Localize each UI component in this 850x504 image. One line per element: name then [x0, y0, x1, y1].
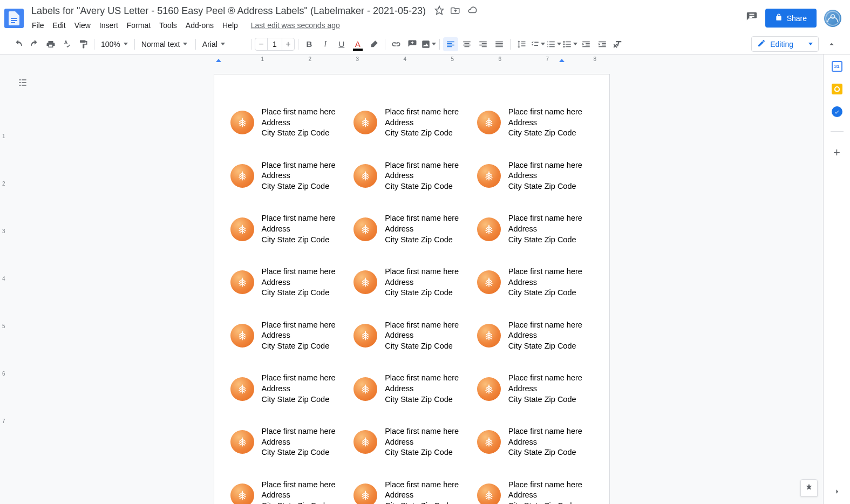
label-cell[interactable]: Place first name hereAddressCity State Z…: [230, 426, 346, 458]
document-outline-button[interactable]: [15, 75, 30, 90]
menu-insert[interactable]: Insert: [96, 19, 122, 32]
move-icon[interactable]: [451, 5, 460, 17]
text-color-button[interactable]: A: [350, 37, 365, 51]
horizontal-ruler[interactable]: 12345678: [0, 55, 823, 64]
line-spacing-button[interactable]: [514, 37, 529, 51]
label-cell[interactable]: Place first name hereAddressCity State Z…: [477, 426, 593, 458]
font-select[interactable]: Arial: [199, 37, 248, 51]
collapse-toolbar-button[interactable]: [824, 37, 839, 51]
label-cell[interactable]: Place first name hereAddressCity State Z…: [353, 480, 470, 504]
redo-button[interactable]: [27, 37, 42, 51]
label-cell[interactable]: Place first name hereAddressCity State Z…: [477, 320, 593, 352]
zoom-select[interactable]: 100%: [98, 37, 131, 51]
label-line1: Place first name here: [262, 320, 336, 331]
label-cell[interactable]: Place first name hereAddressCity State Z…: [353, 373, 470, 405]
label-cell[interactable]: Place first name hereAddressCity State Z…: [477, 107, 593, 139]
italic-button[interactable]: I: [318, 37, 333, 51]
label-line3: City State Zip Code: [385, 447, 459, 458]
label-cell[interactable]: Place first name hereAddressCity State Z…: [230, 480, 346, 504]
label-text: Place first name hereAddressCity State Z…: [262, 426, 336, 458]
label-cell[interactable]: Place first name hereAddressCity State Z…: [477, 480, 593, 504]
label-line2: Address: [262, 490, 336, 501]
undo-button[interactable]: [11, 37, 26, 51]
font-size-decrease[interactable]: −: [255, 38, 267, 50]
label-cell[interactable]: Place first name hereAddressCity State Z…: [353, 320, 470, 352]
share-button[interactable]: Share: [765, 9, 817, 28]
insert-image-button[interactable]: [421, 37, 436, 51]
editing-mode-select[interactable]: Editing: [751, 36, 819, 52]
numbered-list-button[interactable]: [546, 37, 561, 51]
label-cell[interactable]: Place first name hereAddressCity State Z…: [353, 160, 470, 192]
document-page[interactable]: Place first name hereAddressCity State Z…: [214, 74, 610, 504]
label-cell[interactable]: Place first name hereAddressCity State Z…: [230, 267, 346, 298]
paragraph-style-select[interactable]: Normal text: [138, 37, 192, 51]
tasks-app-icon[interactable]: [832, 106, 842, 117]
label-line3: City State Zip Code: [262, 181, 336, 192]
label-cell[interactable]: Place first name hereAddressCity State Z…: [230, 320, 346, 352]
label-cell[interactable]: Place first name hereAddressCity State Z…: [230, 373, 346, 405]
comment-history-icon[interactable]: [746, 11, 758, 25]
calendar-app-icon[interactable]: 31: [832, 61, 842, 72]
label-cell[interactable]: Place first name hereAddressCity State Z…: [353, 267, 470, 298]
label-logo-icon: [353, 483, 377, 504]
label-cell[interactable]: Place first name hereAddressCity State Z…: [477, 160, 593, 192]
vertical-ruler[interactable]: 1234567: [0, 64, 10, 504]
checklist-button[interactable]: [530, 37, 545, 51]
document-title[interactable]: Labels for "Avery US Letter - 5160 Easy …: [28, 4, 429, 18]
bulleted-list-button[interactable]: [562, 37, 577, 51]
menu-tools[interactable]: Tools: [155, 19, 181, 32]
cloud-status-icon[interactable]: [467, 5, 478, 17]
increase-indent-button[interactable]: [595, 37, 610, 51]
last-edit-link[interactable]: Last edit was seconds ago: [247, 19, 344, 32]
insert-link-button[interactable]: [389, 37, 404, 51]
ruler-mark: 3: [356, 56, 359, 62]
label-cell[interactable]: Place first name hereAddressCity State Z…: [477, 213, 593, 245]
clear-formatting-button[interactable]: [611, 37, 626, 51]
menu-file[interactable]: File: [28, 19, 48, 32]
align-center-button[interactable]: [459, 37, 474, 51]
label-line3: City State Zip Code: [508, 181, 582, 192]
ruler-mark: 5: [451, 56, 454, 62]
highlight-button[interactable]: [366, 37, 382, 51]
label-text: Place first name hereAddressCity State Z…: [385, 373, 459, 405]
font-size-input[interactable]: [267, 38, 282, 50]
label-cell[interactable]: Place first name hereAddressCity State Z…: [230, 107, 346, 139]
label-line2: Address: [262, 330, 336, 341]
label-line2: Address: [385, 437, 459, 448]
align-justify-button[interactable]: [492, 37, 507, 51]
align-right-button[interactable]: [475, 37, 491, 51]
menu-help[interactable]: Help: [219, 19, 242, 32]
menu-bar: File Edit View Insert Format Tools Add-o…: [28, 19, 746, 32]
add-side-app-button[interactable]: +: [833, 146, 840, 160]
label-cell[interactable]: Place first name hereAddressCity State Z…: [230, 213, 346, 245]
paint-format-button[interactable]: [76, 37, 91, 51]
spellcheck-button[interactable]: [59, 37, 74, 51]
menu-edit[interactable]: Edit: [49, 19, 70, 32]
label-line1: Place first name here: [262, 426, 336, 437]
menu-addons[interactable]: Add-ons: [182, 19, 217, 32]
decrease-indent-button[interactable]: [579, 37, 594, 51]
label-line1: Place first name here: [508, 267, 582, 277]
hide-side-panel-button[interactable]: [832, 487, 842, 498]
menu-view[interactable]: View: [71, 19, 94, 32]
font-size-increase[interactable]: +: [282, 38, 294, 50]
align-left-button[interactable]: [443, 37, 458, 51]
page-scroll-area[interactable]: Place first name hereAddressCity State Z…: [0, 64, 823, 504]
print-button[interactable]: [43, 37, 58, 51]
label-cell[interactable]: Place first name hereAddressCity State Z…: [230, 160, 346, 192]
label-cell[interactable]: Place first name hereAddressCity State Z…: [353, 426, 470, 458]
label-logo-icon: [353, 324, 377, 348]
star-icon[interactable]: [434, 5, 444, 17]
label-cell[interactable]: Place first name hereAddressCity State Z…: [353, 213, 470, 245]
explore-button[interactable]: [800, 479, 818, 496]
menu-format[interactable]: Format: [123, 19, 154, 32]
keep-app-icon[interactable]: [832, 84, 842, 94]
label-cell[interactable]: Place first name hereAddressCity State Z…: [477, 267, 593, 298]
label-cell[interactable]: Place first name hereAddressCity State Z…: [353, 107, 470, 139]
docs-app-icon[interactable]: [4, 9, 24, 28]
insert-comment-button[interactable]: [405, 37, 420, 51]
underline-button[interactable]: U: [334, 37, 349, 51]
user-avatar[interactable]: [824, 10, 841, 27]
bold-button[interactable]: B: [302, 37, 317, 51]
label-cell[interactable]: Place first name hereAddressCity State Z…: [477, 373, 593, 405]
